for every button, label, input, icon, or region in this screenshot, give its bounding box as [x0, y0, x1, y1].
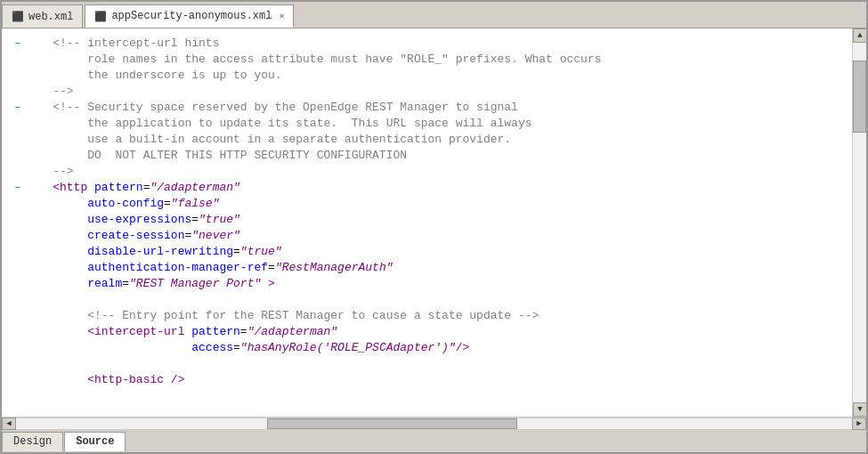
comment-text: role names in the access attribute must … — [87, 52, 601, 68]
attr-name: auto-config — [87, 196, 164, 212]
attr-value: "REST Manager Port" — [129, 276, 261, 292]
code-editor[interactable]: − <!-- intercept-url hints role names in… — [2, 28, 852, 417]
indent — [25, 148, 87, 164]
attr-value: "hasAnyRole('ROLE_PSCAdapter')" — [240, 340, 456, 356]
xml-tag: /> — [456, 340, 470, 356]
text-black: = — [240, 324, 247, 340]
text-black: = — [233, 340, 240, 356]
vertical-scrollbar[interactable]: ▲ ▼ — [852, 28, 866, 417]
comment-text: --> — [53, 164, 73, 180]
comment-text: <!-- Security space reserved by the Open… — [53, 100, 518, 116]
attr-value: "/adapterman" — [247, 324, 337, 340]
attr-name: pattern — [87, 180, 142, 196]
fold-icon[interactable]: − — [11, 180, 25, 196]
tab-design[interactable]: Design — [2, 432, 63, 451]
comment-text: --> — [53, 84, 73, 100]
attr-name: authentication-manager-ref — [87, 260, 268, 276]
code-line: authentication-manager-ref="RestManagerA… — [11, 260, 852, 276]
code-line: − <http pattern="/adapterman" — [11, 180, 852, 196]
text-black: = — [268, 260, 275, 276]
hscroll-right-button[interactable]: ▶ — [852, 418, 866, 430]
xml-tag: > — [261, 276, 275, 292]
code-line: auto-config="false" — [11, 196, 852, 212]
xml-tag: <http — [53, 180, 87, 196]
scroll-up-button[interactable]: ▲ — [853, 28, 866, 43]
fold-icon[interactable]: − — [11, 100, 25, 116]
tab-webxml[interactable]: ⬛ web.xml — [2, 4, 83, 28]
code-line: − <!-- intercept-url hints — [11, 36, 852, 52]
code-line: <!-- Entry point for the REST Manager to… — [11, 308, 852, 324]
tab-appsecurity[interactable]: ⬛ appSecurity-anonymous.xml ✕ — [85, 4, 294, 28]
indent — [25, 308, 87, 324]
code-line: − <!-- Security space reserved by the Op… — [11, 100, 852, 116]
indent — [25, 68, 87, 84]
xml-tag: <http-basic /> — [87, 372, 184, 388]
indent — [25, 212, 87, 228]
tab-label: web.xml — [28, 11, 73, 23]
code-line: DO NOT ALTER THIS HTTP SECURITY CONFIGUR… — [11, 148, 852, 164]
code-line — [11, 356, 852, 372]
scroll-thumb[interactable] — [853, 61, 866, 133]
code-line: the application to update its state. Thi… — [11, 116, 852, 132]
code-line: realm="REST Manager Port" > — [11, 276, 852, 292]
scroll-down-button[interactable]: ▼ — [853, 402, 866, 417]
indent — [25, 372, 87, 388]
indent — [25, 116, 87, 132]
comment-text: use a built-in account in a separate aut… — [87, 132, 511, 148]
indent — [25, 276, 87, 292]
indent — [25, 84, 53, 100]
attr-name: disable-url-rewriting — [87, 244, 233, 260]
text-black: = — [233, 244, 240, 260]
attr-name: realm — [87, 276, 122, 292]
attr-value: "false" — [171, 196, 220, 212]
attr-name: pattern — [184, 324, 239, 340]
code-line: create-session="never" — [11, 228, 852, 244]
hscroll-left-button[interactable]: ◀ — [2, 418, 16, 430]
indent — [25, 36, 53, 52]
fold-icon[interactable]: − — [11, 36, 25, 52]
attr-name: access — [191, 340, 233, 356]
tab-bar: ⬛ web.xml ⬛ appSecurity-anonymous.xml ✕ — [2, 2, 866, 28]
indent — [25, 52, 87, 68]
code-line: the underscore is up to you. — [11, 68, 852, 84]
horizontal-scrollbar[interactable]: ◀ ▶ — [2, 417, 866, 429]
text-black: = — [184, 228, 191, 244]
attr-value: "RestManagerAuth" — [275, 260, 393, 276]
indent — [25, 340, 191, 356]
code-line: use a built-in account in a separate aut… — [11, 132, 852, 148]
text-black: = — [191, 212, 199, 228]
comment-text: <!-- intercept-url hints — [53, 36, 219, 52]
tab-close-icon[interactable]: ✕ — [279, 11, 284, 21]
comment-text: <!-- Entry point for the REST Manager to… — [87, 308, 539, 324]
comment-text: the underscore is up to you. — [87, 68, 281, 84]
tab-source[interactable]: Source — [64, 432, 126, 451]
indent — [25, 196, 87, 212]
indent — [25, 244, 87, 260]
code-line: role names in the access attribute must … — [11, 52, 852, 68]
indent — [25, 324, 87, 340]
indent — [25, 100, 53, 116]
text-black: = — [164, 196, 171, 212]
xml-tag: <intercept-url — [87, 324, 184, 340]
attr-value: "true" — [199, 212, 240, 228]
text-black: = — [122, 276, 129, 292]
attr-value: "true" — [240, 244, 282, 260]
xml-icon: ⬛ — [12, 11, 24, 22]
indent — [25, 260, 87, 276]
comment-text: DO NOT ALTER THIS HTTP SECURITY CONFIGUR… — [87, 148, 407, 164]
tab-label-2: appSecurity-anonymous.xml — [111, 10, 272, 22]
bottom-tab-bar: Design Source — [2, 429, 866, 452]
attr-value: "/adapterman" — [150, 180, 239, 196]
scroll-track — [853, 43, 866, 402]
text-black: = — [143, 180, 150, 196]
code-line: use-expressions="true" — [11, 212, 852, 228]
hscroll-track — [16, 418, 852, 430]
indent — [25, 228, 87, 244]
attr-name: use-expressions — [87, 212, 191, 228]
xml-icon-2: ⬛ — [94, 11, 107, 22]
code-line: --> — [11, 164, 852, 180]
hscroll-thumb[interactable] — [267, 418, 518, 429]
attr-value: "never" — [191, 228, 240, 244]
code-line: <intercept-url pattern="/adapterman" — [11, 324, 852, 340]
code-line: <http-basic /> — [11, 372, 852, 388]
